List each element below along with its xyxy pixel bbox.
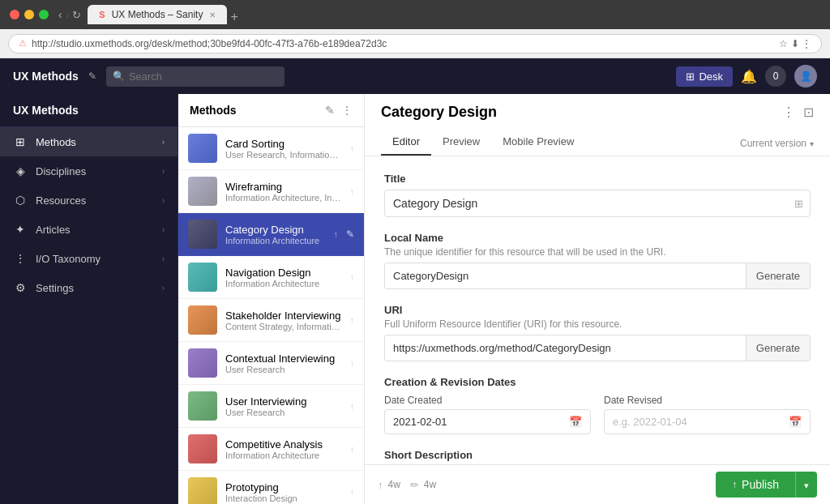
- more-options-icon[interactable]: ⋮: [782, 105, 795, 120]
- sidebar-item-methods[interactable]: ⊞ Methods ›: [0, 127, 178, 156]
- list-item[interactable]: Competitive Analysis Information Archite…: [178, 428, 364, 471]
- user-count-icon[interactable]: 0: [765, 66, 786, 87]
- method-name: Wireframing: [225, 181, 342, 193]
- uri-input[interactable]: [384, 335, 746, 361]
- methods-title: Methods: [190, 104, 325, 117]
- more-options-icon[interactable]: ⋮: [341, 104, 353, 117]
- pin-icon: ↑: [350, 401, 355, 411]
- brand-label: UX Methods: [13, 70, 79, 83]
- methods-panel: Methods ✎ ⋮ Card Sorting User Research, …: [178, 94, 365, 504]
- publish-up-icon: ↑: [732, 479, 737, 490]
- new-tab-button[interactable]: +: [230, 10, 237, 24]
- methods-icon: ⊞: [13, 135, 28, 148]
- pin-icon: ↑: [350, 315, 355, 325]
- method-info: Wireframing Information Architecture, In…: [225, 181, 342, 203]
- sidebar-item-io-taxonomy[interactable]: ⋮ I/O Taxonomy ›: [0, 244, 178, 273]
- dates-label: Creation & Revision Dates: [384, 376, 811, 388]
- maximize-dot[interactable]: [39, 10, 49, 19]
- local-name-label: Local Name: [384, 232, 811, 244]
- methods-list: Card Sorting User Research, Information …: [178, 127, 364, 504]
- method-info: Category Design Information Architecture: [225, 224, 326, 246]
- sidebar-item-articles[interactable]: ✦ Articles ›: [0, 215, 178, 244]
- search-input[interactable]: [106, 66, 285, 87]
- list-item[interactable]: Wireframing Information Architecture, In…: [178, 170, 364, 213]
- publish-dropdown-button[interactable]: ▾: [795, 472, 817, 498]
- list-item[interactable]: Card Sorting User Research, Information …: [178, 127, 364, 170]
- list-item[interactable]: Category Design Information Architecture…: [178, 213, 364, 256]
- bottom-bar: ↑ 4w ✏ 4w ↑ Publish ▾: [365, 464, 830, 504]
- publish-button[interactable]: ↑ Publish: [716, 472, 795, 498]
- date-revised-label: Date Revised: [604, 395, 811, 406]
- minimize-dot[interactable]: [24, 10, 34, 19]
- tab-mobile-preview[interactable]: Mobile Preview: [491, 129, 585, 156]
- sidebar-item-label: Settings: [36, 282, 154, 294]
- sidebar: UX Methods ⊞ Methods › ◈ Disciplines › ⬡…: [0, 94, 178, 504]
- back-button[interactable]: ‹: [58, 8, 62, 21]
- published-time: 4w: [388, 479, 400, 490]
- method-info: Stakeholder Interviewing Content Strateg…: [225, 310, 342, 331]
- edit-icon[interactable]: ✎: [346, 229, 354, 240]
- active-tab[interactable]: S UX Methods – Sanity ✕: [88, 5, 227, 24]
- publish-btn-group: ↑ Publish ▾: [716, 472, 817, 498]
- title-field-group: Title ⊞: [384, 173, 811, 217]
- calendar-icon: 📅: [569, 416, 582, 428]
- method-thumbnail: [188, 477, 217, 504]
- form-area: Title ⊞ Local Name The unique identifier…: [365, 156, 830, 464]
- address-bar-row: ⚠ http://studio.uxmethods.org/desk/metho…: [0, 29, 830, 58]
- title-input[interactable]: [385, 190, 788, 216]
- uri-generate-button[interactable]: Generate: [746, 335, 811, 361]
- tab-bar: S UX Methods – Sanity ✕ +: [88, 5, 820, 24]
- method-info: Competitive Analysis Information Archite…: [225, 438, 342, 460]
- date-created-label: Date Created: [384, 395, 591, 406]
- list-item[interactable]: Prototyping Interaction Design ↑: [178, 471, 364, 504]
- short-desc-field-group: Short Description Creating structures an…: [384, 449, 811, 464]
- list-item[interactable]: Stakeholder Interviewing Content Strateg…: [178, 299, 364, 342]
- close-dot[interactable]: [10, 10, 19, 19]
- desk-button[interactable]: ⊞ Desk: [676, 66, 733, 87]
- grid-icon: ⊞: [788, 191, 810, 216]
- forward-button[interactable]: ›: [66, 8, 70, 21]
- sidebar-item-settings[interactable]: ⚙ Settings ›: [0, 273, 178, 302]
- sidebar-item-resources[interactable]: ⬡ Resources ›: [0, 186, 178, 215]
- browser-dots: [10, 10, 49, 19]
- dates-field-group: Creation & Revision Dates Date Created 2…: [384, 376, 811, 434]
- reload-button[interactable]: ↻: [72, 8, 81, 21]
- uri-label: URI: [384, 304, 811, 316]
- expand-icon[interactable]: ⊡: [803, 105, 814, 120]
- tab-close-icon[interactable]: ✕: [209, 11, 216, 19]
- sidebar-item-disciplines[interactable]: ◈ Disciplines ›: [0, 156, 178, 186]
- avatar[interactable]: 👤: [794, 65, 817, 88]
- chevron-right-icon: ›: [162, 196, 165, 205]
- uri-field-group: URI Full Uniform Resource Identifier (UR…: [384, 304, 811, 361]
- edited-time: 4w: [424, 479, 436, 490]
- method-name: User Interviewing: [225, 395, 342, 408]
- date-created-input[interactable]: 2021-02-01 📅: [384, 409, 591, 434]
- address-bar[interactable]: ⚠ http://studio.uxmethods.org/desk/metho…: [8, 34, 822, 53]
- browser-chrome: ‹ › ↻ S UX Methods – Sanity ✕ +: [0, 0, 830, 29]
- content-header: Category Design ⋮ ⊡ Editor Preview Mobil…: [365, 94, 830, 156]
- method-thumbnail: [188, 134, 217, 163]
- date-revised-input[interactable]: e.g. 2022-01-04 📅: [604, 409, 811, 434]
- tab-preview[interactable]: Preview: [431, 129, 491, 156]
- list-item[interactable]: User Interviewing User Research ↑: [178, 385, 364, 428]
- method-info: Contextual Interviewing User Research: [225, 352, 342, 374]
- pin-icon: ↑: [350, 487, 355, 497]
- version-label[interactable]: Current version ▾: [740, 138, 814, 156]
- method-sub: User Research: [225, 408, 342, 417]
- local-name-generate-button[interactable]: Generate: [746, 263, 811, 289]
- pin-icon: ↑: [350, 444, 355, 454]
- status-edited: ✏ 4w: [410, 479, 436, 491]
- add-method-icon[interactable]: ✎: [325, 104, 335, 117]
- method-sub: Information Architecture: [225, 451, 342, 460]
- tab-editor[interactable]: Editor: [381, 129, 431, 156]
- list-item[interactable]: Contextual Interviewing User Research ↑: [178, 342, 364, 385]
- chevron-right-icon: ›: [162, 167, 165, 176]
- local-name-input[interactable]: [384, 263, 746, 289]
- brand-edit-icon[interactable]: ✎: [88, 70, 96, 82]
- desk-grid-icon: ⊞: [686, 70, 695, 83]
- tab-title: UX Methods – Sanity: [112, 9, 203, 20]
- bell-icon[interactable]: 🔔: [741, 69, 757, 84]
- method-name: Contextual Interviewing: [225, 352, 342, 365]
- list-item[interactable]: Navigation Design Information Architectu…: [178, 256, 364, 299]
- version-text: Current version: [740, 138, 806, 149]
